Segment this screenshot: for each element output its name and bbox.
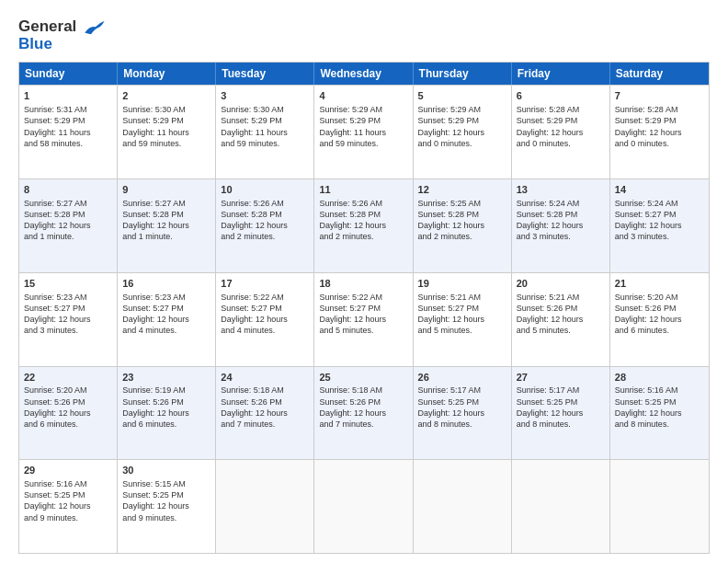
day-cell-27: 27Sunrise: 5:17 AM Sunset: 5:25 PM Dayli… [512,367,610,460]
day-info: Sunrise: 5:18 AM Sunset: 5:26 PM Dayligh… [319,385,386,428]
day-number: 24 [221,371,309,385]
day-info: Sunrise: 5:21 AM Sunset: 5:26 PM Dayligh… [517,293,584,335]
day-number: 12 [418,183,506,197]
header-day-wednesday: Wednesday [314,63,413,85]
day-number: 1 [24,89,112,103]
day-number: 9 [122,183,210,197]
day-number: 6 [517,89,605,103]
day-info: Sunrise: 5:23 AM Sunset: 5:27 PM Dayligh… [24,293,91,335]
day-info: Sunrise: 5:29 AM Sunset: 5:29 PM Dayligh… [418,105,485,147]
day-info: Sunrise: 5:28 AM Sunset: 5:29 PM Dayligh… [517,105,584,147]
day-number: 21 [615,277,704,291]
day-cell-8: 8Sunrise: 5:27 AM Sunset: 5:28 PM Daylig… [19,179,118,272]
day-cell-21: 21Sunrise: 5:20 AM Sunset: 5:26 PM Dayli… [610,273,709,366]
day-cell-10: 10Sunrise: 5:26 AM Sunset: 5:28 PM Dayli… [216,179,314,272]
day-number: 25 [319,371,407,385]
day-info: Sunrise: 5:15 AM Sunset: 5:25 PM Dayligh… [122,479,189,522]
day-info: Sunrise: 5:26 AM Sunset: 5:28 PM Dayligh… [319,199,386,241]
calendar-page: General Blue SundayMondayTuesdayWednesda… [0,0,728,563]
day-number: 26 [418,371,506,385]
header-day-friday: Friday [512,63,610,85]
logo-line1: General [18,18,107,36]
day-number: 7 [615,89,704,103]
day-info: Sunrise: 5:20 AM Sunset: 5:26 PM Dayligh… [615,293,682,335]
day-number: 14 [615,183,704,197]
day-info: Sunrise: 5:26 AM Sunset: 5:28 PM Dayligh… [221,199,288,241]
calendar-row-4: 29Sunrise: 5:16 AM Sunset: 5:25 PM Dayli… [19,459,709,553]
day-number: 17 [221,277,309,291]
day-cell-3: 3Sunrise: 5:30 AM Sunset: 5:29 PM Daylig… [216,86,314,178]
day-info: Sunrise: 5:27 AM Sunset: 5:28 PM Dayligh… [122,199,189,241]
calendar-row-1: 8Sunrise: 5:27 AM Sunset: 5:28 PM Daylig… [19,178,709,272]
header-day-sunday: Sunday [19,63,118,85]
empty-cell [610,460,709,553]
day-number: 16 [122,277,210,291]
day-cell-26: 26Sunrise: 5:17 AM Sunset: 5:25 PM Dayli… [414,367,512,460]
day-info: Sunrise: 5:22 AM Sunset: 5:27 PM Dayligh… [221,293,288,335]
day-info: Sunrise: 5:16 AM Sunset: 5:25 PM Dayligh… [615,385,682,428]
day-cell-25: 25Sunrise: 5:18 AM Sunset: 5:26 PM Dayli… [314,367,413,460]
day-info: Sunrise: 5:21 AM Sunset: 5:27 PM Dayligh… [418,293,485,335]
day-info: Sunrise: 5:20 AM Sunset: 5:26 PM Dayligh… [24,385,91,428]
day-info: Sunrise: 5:25 AM Sunset: 5:28 PM Dayligh… [418,199,485,241]
day-info: Sunrise: 5:31 AM Sunset: 5:29 PM Dayligh… [24,105,91,147]
day-cell-29: 29Sunrise: 5:16 AM Sunset: 5:25 PM Dayli… [19,460,118,553]
calendar: SundayMondayTuesdayWednesdayThursdayFrid… [18,62,710,554]
day-cell-14: 14Sunrise: 5:24 AM Sunset: 5:27 PM Dayli… [610,179,709,272]
day-number: 20 [517,277,605,291]
day-cell-22: 22Sunrise: 5:20 AM Sunset: 5:26 PM Dayli… [19,367,118,460]
calendar-row-2: 15Sunrise: 5:23 AM Sunset: 5:27 PM Dayli… [19,272,709,366]
day-cell-9: 9Sunrise: 5:27 AM Sunset: 5:28 PM Daylig… [118,179,216,272]
day-cell-30: 30Sunrise: 5:15 AM Sunset: 5:25 PM Dayli… [118,460,216,553]
calendar-row-0: 1Sunrise: 5:31 AM Sunset: 5:29 PM Daylig… [19,85,709,178]
day-info: Sunrise: 5:28 AM Sunset: 5:29 PM Dayligh… [615,105,682,147]
header: General Blue [18,18,710,52]
day-cell-17: 17Sunrise: 5:22 AM Sunset: 5:27 PM Dayli… [216,273,314,366]
day-cell-18: 18Sunrise: 5:22 AM Sunset: 5:27 PM Dayli… [314,273,413,366]
empty-cell [414,460,512,553]
day-number: 30 [122,464,210,477]
day-cell-24: 24Sunrise: 5:18 AM Sunset: 5:26 PM Dayli… [216,367,314,460]
day-cell-28: 28Sunrise: 5:16 AM Sunset: 5:25 PM Dayli… [610,367,709,460]
day-cell-16: 16Sunrise: 5:23 AM Sunset: 5:27 PM Dayli… [118,273,216,366]
day-number: 4 [319,89,407,103]
day-info: Sunrise: 5:18 AM Sunset: 5:26 PM Dayligh… [221,385,288,428]
day-number: 23 [122,371,210,385]
day-info: Sunrise: 5:17 AM Sunset: 5:25 PM Dayligh… [418,385,485,428]
day-number: 18 [319,277,407,291]
day-info: Sunrise: 5:16 AM Sunset: 5:25 PM Dayligh… [24,479,91,522]
day-number: 2 [122,89,210,103]
day-number: 19 [418,277,506,291]
day-cell-6: 6Sunrise: 5:28 AM Sunset: 5:29 PM Daylig… [512,86,610,178]
day-number: 27 [517,371,605,385]
day-cell-5: 5Sunrise: 5:29 AM Sunset: 5:29 PM Daylig… [414,86,512,178]
day-number: 8 [24,183,112,197]
day-cell-19: 19Sunrise: 5:21 AM Sunset: 5:27 PM Dayli… [414,273,512,366]
day-cell-12: 12Sunrise: 5:25 AM Sunset: 5:28 PM Dayli… [414,179,512,272]
day-info: Sunrise: 5:30 AM Sunset: 5:29 PM Dayligh… [221,105,288,147]
day-cell-4: 4Sunrise: 5:29 AM Sunset: 5:29 PM Daylig… [314,86,413,178]
calendar-body: 1Sunrise: 5:31 AM Sunset: 5:29 PM Daylig… [19,85,709,553]
day-info: Sunrise: 5:24 AM Sunset: 5:27 PM Dayligh… [615,199,682,241]
empty-cell [512,460,610,553]
header-day-thursday: Thursday [414,63,512,85]
day-cell-1: 1Sunrise: 5:31 AM Sunset: 5:29 PM Daylig… [19,86,118,178]
header-day-monday: Monday [118,63,216,85]
day-cell-15: 15Sunrise: 5:23 AM Sunset: 5:27 PM Dayli… [19,273,118,366]
day-info: Sunrise: 5:23 AM Sunset: 5:27 PM Dayligh… [122,293,189,335]
day-info: Sunrise: 5:29 AM Sunset: 5:29 PM Dayligh… [319,105,386,147]
empty-cell [314,460,413,553]
day-info: Sunrise: 5:22 AM Sunset: 5:27 PM Dayligh… [319,293,386,335]
day-number: 22 [24,371,112,385]
logo: General Blue [18,18,107,52]
header-day-saturday: Saturday [610,63,709,85]
empty-cell [216,460,314,553]
day-number: 11 [319,183,407,197]
day-number: 3 [221,89,309,103]
day-cell-2: 2Sunrise: 5:30 AM Sunset: 5:29 PM Daylig… [118,86,216,178]
logo-line2: Blue [18,36,107,53]
day-cell-20: 20Sunrise: 5:21 AM Sunset: 5:26 PM Dayli… [512,273,610,366]
day-cell-13: 13Sunrise: 5:24 AM Sunset: 5:28 PM Dayli… [512,179,610,272]
header-day-tuesday: Tuesday [216,63,314,85]
day-number: 10 [221,183,309,197]
